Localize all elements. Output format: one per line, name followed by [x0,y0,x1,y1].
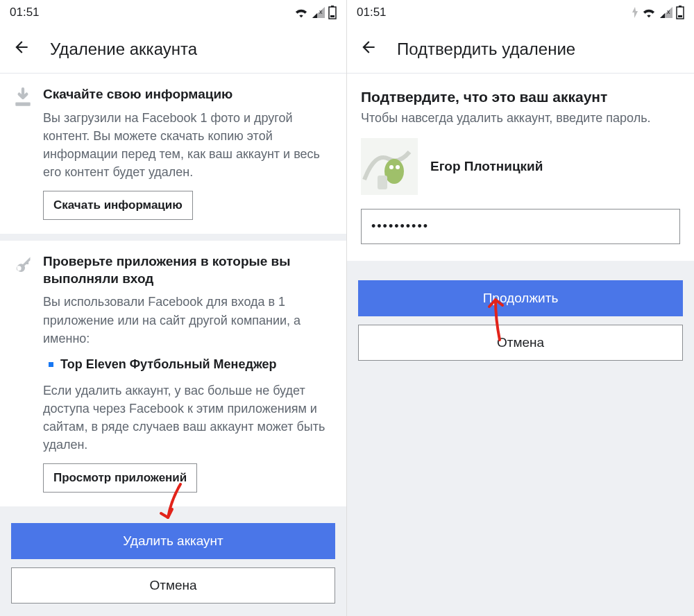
cancel-button[interactable]: Отмена [11,567,335,604]
user-row: Егор Плотницкий [361,138,680,195]
confirm-card: Подтвердите, что это ваш аккаунт Чтобы н… [347,74,694,261]
apps-text: Вы использовали Facebook для входа в 1 п… [43,293,334,347]
back-arrow-icon[interactable] [359,38,378,60]
battery-icon [328,6,337,19]
continue-button[interactable]: Продолжить [358,280,683,316]
status-icons: x [294,6,337,19]
svg-text:x: x [667,8,670,15]
wifi-icon [641,6,657,19]
avatar [361,138,418,195]
signal-icon: x [659,6,673,19]
page-title: Удаление аккаунта [50,40,197,59]
status-time: 01:51 [357,6,387,19]
signal-alt-icon [632,7,638,18]
screen-delete-account: 01:51 x Удаление аккаунта Скачайте свою … [0,0,347,616]
status-bar: 01:51 x [347,0,694,25]
screen-confirm-delete: 01:51 x Подтвердить удаление Подтвердите… [347,0,694,616]
download-title: Скачайте свою информацию [43,86,334,103]
app-name: Top Eleven Футбольный Менеджер [60,357,276,372]
svg-point-11 [389,165,393,169]
header: Удаление аккаунта [0,25,346,74]
password-input[interactable] [361,209,680,244]
svg-text:x: x [319,8,323,15]
header: Подтвердить удаление [347,25,694,74]
status-bar: 01:51 x [0,0,346,25]
svg-rect-4 [15,102,30,105]
cancel-button[interactable]: Отмена [358,325,683,361]
bullet-icon [49,362,53,367]
action-area: Продолжить Отмена [347,271,694,370]
view-apps-button[interactable]: Просмотр приложений [43,463,197,493]
app-bullet-row: Top Eleven Футбольный Менеджер [49,357,334,372]
key-icon [12,253,33,493]
delete-account-button[interactable]: Удалить аккаунт [11,523,335,559]
svg-rect-3 [330,15,335,17]
battery-icon [676,6,684,19]
signal-icon: x [312,6,325,19]
action-area: Удалить аккаунт Отмена [0,513,346,613]
svg-point-12 [396,165,400,169]
page-title: Подтвердить удаление [397,40,575,59]
apps-card: Проверьте приложения в которые вы выполн… [0,241,346,506]
confirm-text: Чтобы навсегда удалить аккаунт, введите … [361,111,680,126]
download-info-button[interactable]: Скачать информацию [43,191,193,220]
confirm-title: Подтвердите, что это ваш аккаунт [361,89,680,105]
apps-title: Проверьте приложения в которые вы выполн… [43,253,334,287]
wifi-icon [294,6,309,19]
status-time: 01:51 [10,6,40,19]
back-arrow-icon[interactable] [12,38,31,60]
svg-rect-8 [678,15,682,17]
download-info-card: Скачайте свою информацию Вы загрузили на… [0,74,346,234]
user-name: Егор Плотницкий [430,159,543,174]
status-icons: x [632,6,684,19]
svg-rect-13 [378,176,387,189]
svg-point-10 [384,159,404,184]
download-text: Вы загрузили на Facebook 1 фото и другой… [43,109,334,181]
download-icon [12,86,33,220]
apps-after-text: Если удалить аккаунт, у вас больше не бу… [43,382,334,454]
